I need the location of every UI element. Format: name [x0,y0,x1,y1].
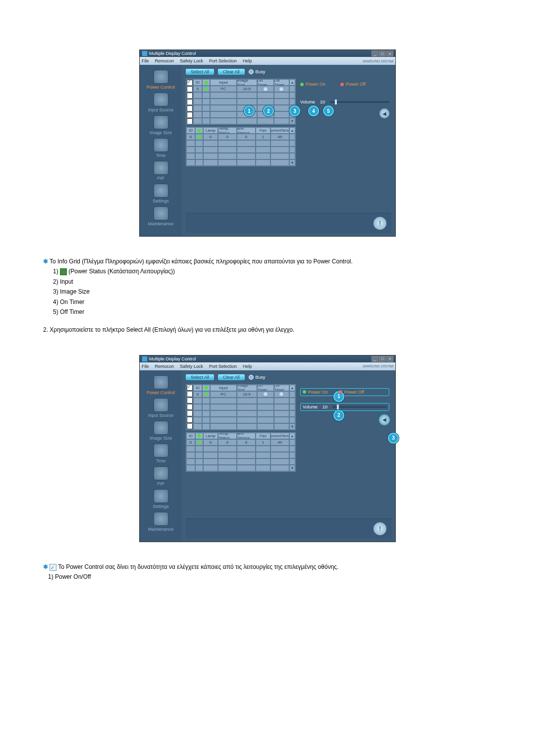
sidebar-item-input-source[interactable]: Input Source [140,396,182,419]
volume-slider[interactable] [330,101,389,103]
sidebar-item-time[interactable]: Time [140,442,182,464]
sidebar-item-label: Input Source [148,107,173,112]
speaker-icon[interactable]: ◀ [379,415,389,425]
power-on-button[interactable]: Power On [300,82,325,87]
row-check[interactable] [186,391,193,398]
col2-current-temp: CurrentTemp. [270,127,289,134]
checkbox-icon[interactable] [187,404,193,410]
checkbox-icon[interactable] [187,398,193,403]
scroll-down-button[interactable]: ▼ [289,465,295,471]
warning-icon: ! [374,217,386,230]
scroll-up-button[interactable]: ▲ [289,433,295,439]
minimize-button[interactable]: _ [372,356,378,362]
col-check[interactable] [186,79,193,86]
select-all-button[interactable]: Select All [186,69,214,75]
col2-id: ID [186,127,195,134]
checkbox-icon[interactable] [187,417,193,423]
scroll-track[interactable] [289,439,295,446]
slider-handle[interactable] [335,100,337,104]
sidebar-item-power-control[interactable]: Power Control [140,373,182,396]
table-row[interactable]: 0 PC 16:9 [186,86,295,92]
cell2-id: 0 [186,134,195,140]
power-off-button[interactable]: Power Off [339,390,364,395]
sidebar-item-image-size[interactable]: Image Size [140,419,182,442]
sidebar-item-pip[interactable]: PIP [140,464,182,487]
clear-all-button[interactable]: Clear All [218,69,245,75]
menu-safety-lock[interactable]: Safety Lock [180,58,203,63]
col-check[interactable] [186,385,193,391]
desc-item-2: 2) Input [43,277,492,287]
table-row[interactable]: 0 0 0 0 1 49 [186,439,295,446]
sidebar-item-label: PIP [157,176,164,181]
select-all-button[interactable]: Select All [186,374,214,380]
row-check[interactable] [186,86,193,92]
scroll-up-button[interactable]: ▲ [289,79,295,86]
clear-all-button[interactable]: Clear All [218,374,245,380]
sidebar-item-settings[interactable]: Settings [140,182,182,204]
menu-remocon[interactable]: Remocon [155,58,174,63]
check-all-icon[interactable] [187,385,193,391]
speaker-icon[interactable]: ◀ [379,108,389,118]
menu-port-selection[interactable]: Port Selection [209,364,237,369]
right-panel: Power On Power Off Volume 10 ◀ [300,388,389,425]
checkbox-icon[interactable] [187,423,193,429]
sidebar-item-input-source[interactable]: Input Source [140,91,182,113]
slider-handle[interactable] [337,404,339,409]
close-button[interactable]: × [386,356,393,362]
scroll-track[interactable] [289,391,295,398]
checkbox-icon[interactable] [187,93,193,99]
sidebar-item-image-size[interactable]: Image Size [140,113,182,136]
busy-indicator: Busy [249,69,266,74]
checkbox-icon[interactable] [187,86,193,92]
scroll-down-button[interactable]: ▼ [289,159,295,166]
volume-value: 10 [320,100,325,104]
checkbox-icon[interactable] [187,391,193,397]
scroll-down-button[interactable]: ▼ [289,118,295,124]
maximize-button[interactable]: □ [379,356,386,362]
cell2-br-sensor: 0 [237,134,256,140]
cell2-current-temp: 49 [270,439,289,446]
pip-icon [154,161,168,175]
checkbox-icon[interactable] [187,99,193,105]
menu-file[interactable]: File [142,58,149,63]
volume-slider[interactable] [332,406,387,408]
menu-help[interactable]: Help [243,58,252,63]
checkbox-icon[interactable] [187,410,193,416]
maximize-button[interactable]: □ [379,50,386,56]
table-row[interactable]: 0 0 0 0 1 49 [186,134,295,140]
menu-help[interactable]: Help [243,364,252,369]
power-on-button[interactable]: Power On [303,390,328,395]
sidebar-item-power-control[interactable]: Power Control [140,68,182,91]
table-row[interactable]: 0 PC 16:9 [186,391,295,398]
scroll-down-button[interactable]: ▼ [289,423,295,430]
sidebar-item-maintenance[interactable]: Maintenance [140,204,182,227]
sidebar-item-label: Maintenance [148,527,174,532]
menu-safety-lock[interactable]: Safety Lock [180,364,203,369]
sidebar-item-pip[interactable]: PIP [140,159,182,182]
sidebar-item-label: Settings [153,504,169,509]
sidebar-item-label: Input Source [148,413,173,418]
checkbox-icon[interactable] [187,112,193,118]
scroll-track[interactable] [289,86,295,92]
close-button[interactable]: × [386,50,393,56]
sidebar-item-maintenance[interactable]: Maintenance [140,510,182,533]
power-on-dot-icon [303,390,306,394]
scroll-up-button[interactable]: ▲ [289,385,295,391]
toolbar: Select All Clear All Busy [186,68,391,77]
checkbox-icon[interactable] [187,118,193,124]
check-all-icon[interactable] [187,80,193,86]
input-source-icon [154,398,168,412]
sidebar-item-settings[interactable]: Settings [140,487,182,510]
time-icon [154,444,168,457]
menu-port-selection[interactable]: Port Selection [209,58,237,63]
minimize-button[interactable]: _ [372,50,378,56]
scroll-track[interactable] [289,134,295,140]
checkbox-icon[interactable] [187,105,193,111]
sidebar-item-time[interactable]: Time [140,136,182,159]
menu-remocon[interactable]: Remocon [155,364,174,369]
power-off-button[interactable]: Power Off [340,82,366,87]
col-input: Input [210,79,237,86]
scroll-up-button[interactable]: ▲ [289,127,295,134]
menu-file[interactable]: File [142,364,149,369]
description-block-1: ✱Το Info Grid (Πλέγμα Πληροφοριών) εμφαν… [37,256,498,335]
